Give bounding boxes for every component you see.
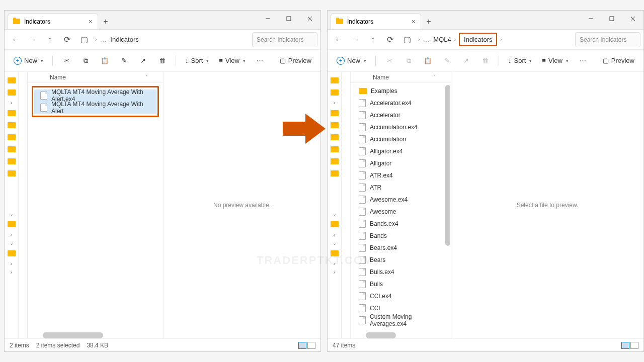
- folder-icon: [359, 88, 367, 94]
- file-row[interactable]: Bulls: [353, 278, 449, 290]
- minimize-button[interactable]: [580, 11, 601, 27]
- up-button[interactable]: ↑: [42, 32, 58, 48]
- file-row[interactable]: Alligator: [353, 157, 449, 169]
- paste-button[interactable]: 📋: [419, 53, 436, 68]
- status-selected: 2 items selected: [36, 342, 80, 349]
- share-button[interactable]: ↗: [134, 53, 151, 68]
- status-bar: 47 items: [328, 338, 643, 351]
- delete-button[interactable]: 🗑: [476, 53, 494, 68]
- preview-button[interactable]: ▢Preview: [599, 53, 638, 68]
- file-row[interactable]: Accelerator: [353, 109, 449, 121]
- rename-button[interactable]: ✎: [438, 53, 455, 68]
- preview-button[interactable]: ▢Preview: [276, 53, 315, 68]
- horizontal-scrollbar[interactable]: [43, 332, 103, 338]
- chevron-right-icon: ›: [95, 37, 97, 42]
- breadcrumb-current[interactable]: Indicators: [110, 36, 138, 43]
- maximize-button[interactable]: [278, 11, 299, 27]
- view-button[interactable]: ≡View▾: [215, 53, 250, 68]
- refresh-button[interactable]: ⟳: [382, 32, 398, 48]
- file-row[interactable]: ATR: [353, 182, 449, 194]
- view-toggle[interactable]: [621, 342, 638, 349]
- close-icon[interactable]: ×: [412, 18, 416, 26]
- column-header-name[interactable]: Name ˄: [28, 72, 163, 83]
- minimize-button[interactable]: [257, 11, 278, 27]
- file-list-pane: Name ˄ MQLTA MT4 Moving Average With Ale…: [28, 72, 164, 338]
- file-row[interactable]: Alligator.ex4: [353, 145, 449, 157]
- close-button[interactable]: [299, 11, 320, 27]
- forward-button[interactable]: →: [348, 32, 364, 48]
- file-icon: [359, 159, 366, 167]
- close-button[interactable]: [622, 11, 643, 27]
- new-button[interactable]: +New▾: [333, 53, 370, 68]
- breadcrumb[interactable]: › … MQL4 › Indicators ›: [418, 33, 574, 46]
- tab-indicators[interactable]: Indicators ×: [331, 13, 421, 29]
- back-button[interactable]: ←: [8, 32, 24, 48]
- file-row[interactable]: MQLTA MT4 Moving Average With Alert: [34, 102, 156, 114]
- ellipsis-icon[interactable]: …: [423, 36, 430, 44]
- file-row[interactable]: Bands.ex4: [353, 218, 449, 230]
- breadcrumb[interactable]: › … Indicators: [95, 36, 251, 44]
- view-toggle[interactable]: [298, 342, 315, 349]
- horizontal-scrollbar[interactable]: [366, 332, 396, 338]
- toolbar: +New▾ ✂ ⧉ 📋 ✎ ↗ 🗑 ↕Sort▾ ≡View▾ ⋯ ▢Previ…: [5, 50, 320, 72]
- search-input[interactable]: Search Indicators: [575, 32, 640, 47]
- navigation-pane[interactable]: › ⌄ › ⌄ › ›: [5, 72, 19, 338]
- file-row[interactable]: Awesome.ex4: [353, 194, 449, 206]
- paste-button[interactable]: 📋: [96, 53, 113, 68]
- up-button[interactable]: ↑: [365, 32, 381, 48]
- file-icon: [359, 196, 366, 204]
- pc-icon[interactable]: ▢: [76, 32, 92, 48]
- search-input[interactable]: Search Indicators: [252, 32, 317, 47]
- pc-icon[interactable]: ▢: [399, 32, 415, 48]
- breadcrumb-parent[interactable]: MQL4: [433, 36, 451, 43]
- file-row[interactable]: Accumulation.ex4: [353, 121, 449, 133]
- file-row[interactable]: ATR.ex4: [353, 169, 449, 182]
- breadcrumb-current-highlighted[interactable]: Indicators: [459, 33, 497, 46]
- more-button[interactable]: ⋯: [252, 53, 269, 68]
- new-tab-button[interactable]: +: [421, 14, 436, 29]
- new-tab-button[interactable]: +: [98, 14, 113, 29]
- delete-button[interactable]: 🗑: [153, 53, 171, 68]
- nav-bar: ← → ↑ ⟳ ▢ › … Indicators Search Indicato…: [5, 30, 320, 50]
- sort-button[interactable]: ↕Sort▾: [504, 53, 536, 68]
- file-icon: [359, 135, 366, 143]
- rename-button[interactable]: ✎: [115, 53, 132, 68]
- cut-button[interactable]: ✂: [381, 53, 398, 68]
- share-button[interactable]: ↗: [457, 53, 474, 68]
- tab-indicators[interactable]: Indicators ×: [8, 13, 98, 29]
- copy-button[interactable]: ⧉: [77, 53, 94, 68]
- navigation-pane[interactable]: › ⌄ › ⌄ › ›: [328, 72, 342, 338]
- file-icon: [40, 92, 47, 100]
- maximize-button[interactable]: [601, 11, 622, 27]
- file-row[interactable]: CCI.ex4: [353, 290, 449, 302]
- file-icon: [359, 123, 366, 131]
- file-icon: [359, 304, 366, 312]
- vertical-scrollbar[interactable]: [445, 85, 450, 246]
- file-row[interactable]: Accumulation: [353, 133, 449, 145]
- file-list[interactable]: Examples Accelerator.ex4AcceleratorAccum…: [351, 83, 451, 338]
- copy-button[interactable]: ⧉: [400, 53, 417, 68]
- file-row[interactable]: Custom Moving Averages.ex4: [353, 314, 449, 326]
- refresh-button[interactable]: ⟳: [59, 32, 75, 48]
- file-row[interactable]: CCI: [353, 302, 449, 314]
- forward-button[interactable]: →: [25, 32, 41, 48]
- cut-button[interactable]: ✂: [58, 53, 75, 68]
- file-row[interactable]: Awesome: [353, 206, 449, 218]
- file-row[interactable]: Bands: [353, 230, 449, 242]
- nav-bar: ← → ↑ ⟳ ▢ › … MQL4 › Indicators › Search…: [328, 30, 643, 50]
- back-button[interactable]: ←: [331, 32, 347, 48]
- column-header-name[interactable]: Name ˄: [351, 72, 451, 83]
- file-row[interactable]: Bears.ex4: [353, 242, 449, 254]
- toolbar: +New▾ ✂ ⧉ 📋 ✎ ↗ 🗑 ↕Sort▾ ≡View▾ ⋯ ▢Previ…: [328, 50, 643, 72]
- file-row[interactable]: Accelerator.ex4: [353, 97, 449, 109]
- file-row[interactable]: Bulls.ex4: [353, 266, 449, 278]
- ellipsis-icon[interactable]: …: [100, 36, 107, 44]
- view-button[interactable]: ≡View▾: [538, 53, 573, 68]
- file-row[interactable]: MQLTA MT4 Moving Average With Alert.ex4: [34, 89, 156, 102]
- new-button[interactable]: +New▾: [10, 53, 47, 68]
- folder-row[interactable]: Examples: [353, 85, 449, 97]
- file-list[interactable]: MQLTA MT4 Moving Average With Alert.ex4 …: [28, 83, 163, 338]
- sort-button[interactable]: ↕Sort▾: [181, 53, 213, 68]
- close-icon[interactable]: ×: [89, 18, 93, 26]
- more-button[interactable]: ⋯: [575, 53, 592, 68]
